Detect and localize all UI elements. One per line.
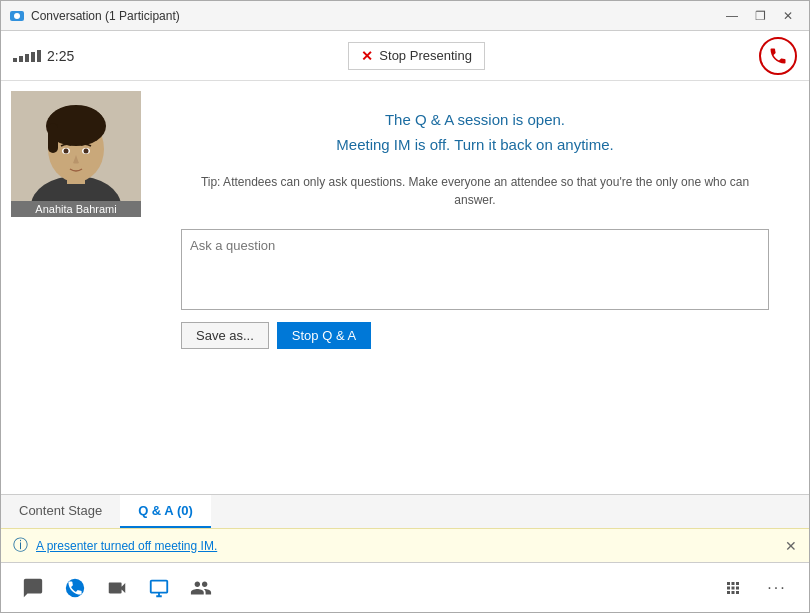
- video-button[interactable]: [97, 570, 137, 606]
- svg-point-11: [64, 149, 69, 154]
- signal-bar-5: [37, 50, 41, 62]
- chat-button[interactable]: [13, 570, 53, 606]
- stop-qa-button[interactable]: Stop Q & A: [277, 322, 371, 349]
- ask-question-input[interactable]: [190, 238, 760, 298]
- toolbar-left-icons: [13, 570, 221, 606]
- main-content: Anahita Bahrami The Q & A session is ope…: [1, 81, 809, 494]
- meeting-im-text: Meeting IM is off. Turn it back on anyti…: [181, 136, 769, 153]
- call-time: 2:25: [47, 48, 74, 64]
- chat-area: Anahita Bahrami The Q & A session is ope…: [1, 81, 809, 494]
- notification-bar: ⓘ A presenter turned off meeting IM. ✕: [1, 528, 809, 562]
- signal-bar-1: [13, 58, 17, 62]
- signal-bars: [13, 50, 41, 62]
- save-as-button[interactable]: Save as...: [181, 322, 269, 349]
- titlebar: Conversation (1 Participant) — ❐ ✕: [1, 1, 809, 31]
- window-title: Conversation (1 Participant): [31, 9, 180, 23]
- popup-button[interactable]: [713, 570, 753, 606]
- tip-text: Tip: Attendees can only ask questions. M…: [181, 173, 769, 209]
- bottom-toolbar: ···: [1, 562, 809, 612]
- topbar: 2:25 ✕ Stop Presenting: [1, 31, 809, 81]
- svg-point-13: [66, 578, 84, 596]
- notification-text[interactable]: A presenter turned off meeting IM.: [36, 539, 777, 553]
- signal-bar-3: [25, 54, 29, 62]
- tabs-bar: Content Stage Q & A (0): [1, 494, 809, 528]
- screen-share-button[interactable]: [139, 570, 179, 606]
- chat-icon: [22, 577, 44, 599]
- ask-question-area: [181, 229, 769, 310]
- stop-x-icon: ✕: [361, 48, 373, 64]
- participants-icon: [190, 577, 212, 599]
- notification-close[interactable]: ✕: [785, 538, 797, 554]
- screen-share-icon: [148, 577, 170, 599]
- info-icon: ⓘ: [13, 536, 28, 555]
- session-open-text: The Q & A session is open.: [181, 111, 769, 128]
- signal-bar-2: [19, 56, 23, 62]
- app-icon: [9, 8, 25, 24]
- more-button[interactable]: ···: [757, 570, 797, 606]
- stop-presenting-label: Stop Presenting: [379, 48, 472, 63]
- avatar-name: Anahita Bahrami: [11, 201, 141, 217]
- call-icon: [64, 577, 86, 599]
- call-button[interactable]: [55, 570, 95, 606]
- restore-button[interactable]: ❐: [747, 6, 773, 26]
- signal-bar-4: [31, 52, 35, 62]
- end-call-button[interactable]: [759, 37, 797, 75]
- avatar-panel: Anahita Bahrami: [11, 91, 141, 484]
- popup-icon: [724, 579, 742, 597]
- avatar-image: [11, 91, 141, 201]
- tab-content-stage[interactable]: Content Stage: [1, 495, 120, 528]
- qa-buttons: Save as... Stop Q & A: [181, 322, 769, 349]
- svg-point-12: [84, 149, 89, 154]
- phone-end-icon: [768, 46, 788, 66]
- titlebar-controls: — ❐ ✕: [719, 6, 801, 26]
- video-icon: [106, 577, 128, 599]
- message-panel: The Q & A session is open. Meeting IM is…: [151, 91, 799, 484]
- avatar-svg: [11, 91, 141, 201]
- main-window: Conversation (1 Participant) — ❐ ✕ 2:25 …: [0, 0, 810, 613]
- close-button[interactable]: ✕: [775, 6, 801, 26]
- participants-button[interactable]: [181, 570, 221, 606]
- toolbar-right-icons: ···: [713, 570, 797, 606]
- stop-presenting-button[interactable]: ✕ Stop Presenting: [348, 42, 485, 70]
- tab-qa[interactable]: Q & A (0): [120, 495, 211, 528]
- svg-rect-8: [48, 123, 58, 153]
- minimize-button[interactable]: —: [719, 6, 745, 26]
- signal-time: 2:25: [13, 48, 74, 64]
- svg-point-1: [14, 13, 20, 19]
- titlebar-left: Conversation (1 Participant): [9, 8, 180, 24]
